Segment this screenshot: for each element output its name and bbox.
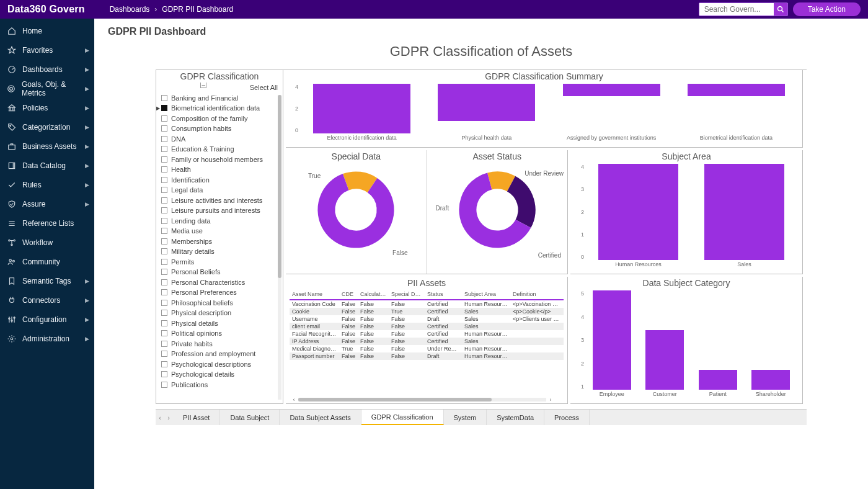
filter-item[interactable]: Leisure pursuits and interests <box>161 205 278 216</box>
nav-rules[interactable]: Rules▶ <box>0 175 94 194</box>
table-row[interactable]: UsernameFalseFalseFalseDraftSales<p>Clie… <box>290 315 564 323</box>
bar[interactable] <box>645 330 684 390</box>
bar[interactable] <box>313 84 410 133</box>
axis-label: Physical health data <box>424 135 549 145</box>
tab-systemdata[interactable]: SystemData <box>487 410 544 425</box>
donut-segment[interactable] <box>489 180 511 184</box>
filter-item[interactable]: Identification <box>161 175 278 186</box>
filter-item[interactable]: Permits <box>161 257 278 267</box>
donut-segment[interactable] <box>327 182 386 239</box>
bar[interactable] <box>699 370 737 390</box>
filter-item[interactable]: Health <box>161 164 278 175</box>
breadcrumb-dashboards[interactable]: Dashboards <box>110 5 150 14</box>
panel-donuts: Special Data True False Asset Status Und… <box>286 150 568 274</box>
table-row[interactable]: Vaccination CodeFalseFalseFalseCertified… <box>290 300 564 308</box>
tab-process[interactable]: Process <box>544 410 590 425</box>
nav-favorites[interactable]: Favorites▶ <box>0 40 94 60</box>
tab-system[interactable]: System <box>444 410 487 425</box>
filter-item[interactable]: Publications <box>161 380 278 390</box>
table-row[interactable]: CookieFalseFalseTrueCertifiedSales<p>Coo… <box>290 308 564 315</box>
filter-item[interactable]: Composition of the family <box>161 114 278 124</box>
nav-administration[interactable]: Administration▶ <box>0 329 94 348</box>
nav-connectors[interactable]: Connectors▶ <box>0 290 94 310</box>
column-header[interactable]: Subject Area <box>462 290 510 298</box>
filter-item[interactable]: Physical details <box>161 318 278 329</box>
donut-segment[interactable] <box>511 184 526 223</box>
search-input[interactable] <box>699 3 774 16</box>
filter-item[interactable]: Banking and Financial <box>161 93 278 104</box>
column-header[interactable]: Special Data <box>389 290 425 298</box>
filter-item[interactable]: Memberships <box>161 236 278 247</box>
table-row[interactable]: Medical DiagnosisTrueFalseFalseUnder Rev… <box>290 345 564 352</box>
filter-item[interactable]: Political opinions <box>161 328 278 339</box>
nav-home[interactable]: Home <box>0 21 94 40</box>
filter-item[interactable]: Leisure activities and interests <box>161 195 278 206</box>
tab-pii-asset[interactable]: PII Asset <box>173 410 220 425</box>
column-header[interactable]: Asset Name <box>290 290 339 298</box>
bar[interactable] <box>593 290 631 390</box>
filter-item[interactable]: Psychological details <box>161 369 278 380</box>
bar[interactable] <box>438 84 535 121</box>
tab-data-subject[interactable]: Data Subject <box>220 410 280 425</box>
column-header[interactable]: CDE <box>339 290 358 298</box>
bar[interactable] <box>563 84 660 96</box>
filter-item[interactable]: Profession and employment <box>161 349 278 359</box>
table-row[interactable]: Passport numberFalseFalseFalseDraftHuman… <box>290 352 564 360</box>
nav-community[interactable]: Community <box>0 252 94 271</box>
column-header[interactable]: Status <box>425 290 462 298</box>
nav-data-catalog[interactable]: Data Catalog▶ <box>0 156 94 175</box>
nav-goals-obj-metrics[interactable]: Goals, Obj. & Metrics▶ <box>0 79 94 98</box>
filter-item[interactable]: Education & Training <box>161 144 278 155</box>
tab-nav-next[interactable]: › <box>164 410 173 425</box>
tab-nav-prev[interactable]: ‹ <box>156 410 164 425</box>
filter-item[interactable]: Psychological descriptions <box>161 359 278 370</box>
bar[interactable] <box>751 370 790 390</box>
column-header[interactable]: Definition <box>510 290 564 298</box>
take-action-button[interactable]: Take Action <box>793 2 861 16</box>
nav-configuration[interactable]: Configuration▶ <box>0 310 94 329</box>
panel-title-summary: GDPR Classification Summary <box>286 70 802 83</box>
nav-workflow[interactable]: Workflow <box>0 233 94 252</box>
nav-semantic-tags[interactable]: Semantic Tags▶ <box>0 271 94 290</box>
search-button[interactable] <box>774 3 787 16</box>
axis-label: Employee <box>585 391 639 401</box>
tab-gdpr-classification[interactable]: GDPR Classification <box>361 410 444 425</box>
filter-item[interactable]: Lending data <box>161 216 278 227</box>
table-row[interactable]: IP AddressFalseFalseFalseCertifiedSales <box>290 338 564 345</box>
column-header[interactable]: Calculated <box>358 290 389 298</box>
filter-item[interactable]: Media use <box>161 226 278 236</box>
filter-item[interactable]: Personal Characteristics <box>161 277 278 288</box>
tab-data-subject-assets[interactable]: Data Subject Assets <box>280 410 361 425</box>
nav-policies[interactable]: Policies▶ <box>0 98 94 117</box>
filter-item[interactable]: Military details <box>161 246 278 257</box>
main: GDPR PII Dashboard GDPR Classification o… <box>94 19 868 489</box>
scrollbar-vertical[interactable] <box>278 95 281 400</box>
bar[interactable] <box>688 84 785 96</box>
filter-item[interactable]: Family or household members <box>161 155 278 165</box>
filter-item[interactable]: Private habits <box>161 339 278 349</box>
filter-item[interactable]: Personal Preferences <box>161 287 278 298</box>
filter-item[interactable]: ▶Biometrical identification data <box>161 103 278 114</box>
filter-item[interactable]: Physical description <box>161 308 278 318</box>
filter-item[interactable]: Philosophical beliefs <box>161 298 278 308</box>
table-row[interactable]: Facial RecognitionFalseFalseFalseCertifi… <box>290 330 564 338</box>
nav-assure[interactable]: Assure▶ <box>0 194 94 213</box>
filter-item[interactable]: DNA <box>161 134 278 145</box>
filter-item[interactable]: Legal data <box>161 185 278 195</box>
scrollbar-horizontal[interactable]: ‹ › <box>290 397 555 402</box>
table-row[interactable]: client emailFalseFalseFalseCertifiedSale… <box>290 323 564 330</box>
filter-select-all[interactable]: Select All <box>161 83 278 93</box>
target-icon <box>6 84 17 93</box>
donut-segment[interactable] <box>346 180 373 185</box>
nav-reference-lists[interactable]: Reference Lists <box>0 213 94 233</box>
filter-item[interactable]: Consumption habits <box>161 123 278 134</box>
chevron-right-icon[interactable]: › <box>546 397 555 403</box>
nav-categorization[interactable]: Categorization▶ <box>0 117 94 137</box>
label-false: False <box>392 249 407 256</box>
chevron-left-icon[interactable]: ‹ <box>290 397 298 403</box>
bar[interactable] <box>598 164 679 260</box>
nav-dashboards[interactable]: Dashboards▶ <box>0 60 94 79</box>
nav-business-assets[interactable]: Business Assets▶ <box>0 137 94 156</box>
bar[interactable] <box>704 164 785 260</box>
filter-item[interactable]: Personal Beliefs <box>161 267 278 277</box>
